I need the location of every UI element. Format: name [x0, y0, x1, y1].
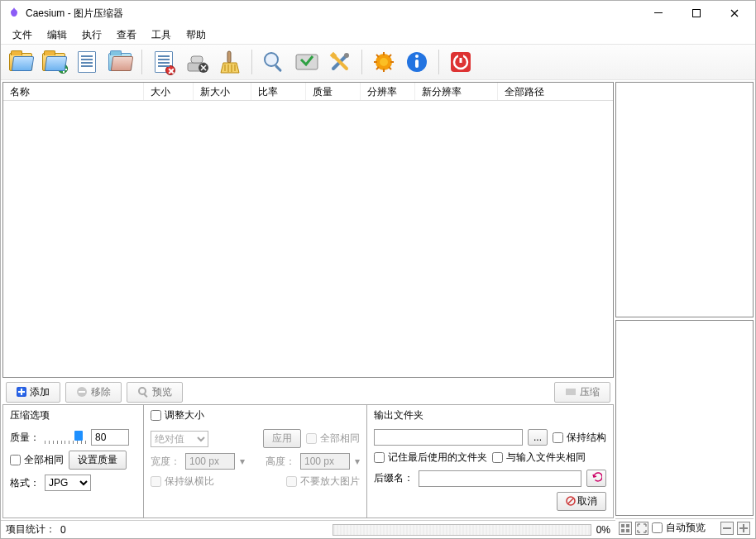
menu-file[interactable]: 文件	[6, 26, 39, 44]
width-input[interactable]	[185, 453, 235, 470]
col-ratio[interactable]: 比率	[251, 83, 306, 100]
remember-last-checkbox[interactable]: 记住最后使用的文件夹	[374, 451, 487, 465]
add-folder-button[interactable]	[39, 47, 69, 77]
menu-edit[interactable]: 编辑	[41, 26, 74, 44]
website-button[interactable]	[369, 47, 399, 77]
menu-tools[interactable]: 工具	[145, 26, 178, 44]
maximize-button[interactable]	[677, 1, 715, 26]
svg-rect-1	[693, 10, 701, 17]
resize-panel: 调整大小 绝对值 应用 全部相同 宽度： ▾ 高度： ▾ 保持	[144, 405, 367, 518]
toolbar-separator	[141, 50, 142, 74]
fit-button[interactable]	[619, 522, 632, 535]
svg-rect-0	[654, 12, 663, 13]
preview-label: 预览	[152, 385, 172, 399]
open-list-button[interactable]	[72, 47, 102, 77]
compress-label: 压缩	[580, 385, 600, 399]
resize-apply-button[interactable]: 应用	[263, 429, 301, 448]
svg-rect-30	[723, 527, 731, 529]
menu-view[interactable]: 查看	[110, 26, 143, 44]
format-select[interactable]: JPG	[45, 475, 91, 491]
svg-rect-19	[458, 54, 463, 58]
preview-button[interactable]	[259, 47, 289, 77]
width-label: 宽度：	[151, 455, 180, 469]
output-path-input[interactable]	[374, 429, 523, 446]
resize-enable-checkbox[interactable]: 调整大小	[151, 408, 360, 422]
col-full-path[interactable]: 全部路径	[498, 83, 613, 100]
table-body[interactable]	[3, 101, 613, 377]
quality-slider[interactable]	[45, 431, 86, 444]
set-quality-button[interactable]: 设置质量	[69, 451, 127, 470]
preview-pane: 自动预览	[615, 82, 754, 537]
same-as-input-checkbox[interactable]: 与输入文件夹相同	[492, 451, 586, 465]
svg-rect-27	[626, 524, 629, 527]
preview-controls: 自动预览	[615, 518, 754, 537]
action-bar: 添加 移除 预览 压缩	[2, 380, 614, 403]
col-quality[interactable]: 质量	[306, 83, 361, 100]
suffix-reset-button[interactable]	[586, 470, 606, 487]
browse-button[interactable]: ...	[528, 429, 548, 446]
compress-panel: 压缩选项 质量： 全部相同 设置质量 格式： JPG	[3, 405, 144, 518]
svg-rect-21	[79, 391, 85, 393]
svg-point-22	[139, 388, 146, 394]
clean-button[interactable]	[215, 47, 245, 77]
add-label: 添加	[30, 385, 50, 399]
items-count: 0	[60, 524, 66, 536]
add-files-button[interactable]	[6, 47, 36, 77]
settings-button[interactable]	[325, 47, 355, 77]
title-bar: Caesium - 图片压缩器	[1, 1, 755, 26]
clear-list-button[interactable]	[182, 47, 212, 77]
menu-action[interactable]: 执行	[75, 26, 108, 44]
minimize-button[interactable]	[639, 1, 677, 26]
svg-rect-28	[621, 529, 624, 532]
preview-action-button[interactable]: 预览	[127, 382, 183, 403]
close-button[interactable]	[715, 1, 754, 26]
options-panels: 压缩选项 质量： 全部相同 设置质量 格式： JPG	[2, 404, 614, 518]
suffix-input[interactable]	[419, 470, 581, 487]
menu-help[interactable]: 帮助	[179, 26, 213, 44]
remove-button[interactable]: 移除	[65, 382, 122, 403]
same-quality-checkbox[interactable]: 全部相同	[10, 453, 64, 467]
preview-original	[615, 82, 754, 317]
svg-rect-29	[626, 529, 629, 532]
cancel-button[interactable]: 取消	[557, 492, 606, 511]
svg-point-15	[415, 55, 419, 58]
resize-same-all-checkbox[interactable]: 全部相同	[306, 432, 360, 446]
compress-action-button[interactable]: 压缩	[554, 382, 610, 403]
quality-label: 质量：	[10, 431, 40, 445]
col-new-resolution[interactable]: 新分辨率	[415, 83, 498, 100]
window-title: Caesium - 图片压缩器	[26, 7, 639, 21]
keep-ratio-checkbox[interactable]: 保持纵横比	[151, 475, 214, 489]
height-input[interactable]	[300, 453, 350, 470]
save-list-button[interactable]	[105, 47, 135, 77]
cancel-icon	[566, 496, 576, 506]
resize-mode-select[interactable]: 绝对值	[151, 431, 208, 447]
status-bar: 项目统计： 0 0%	[1, 520, 615, 538]
col-name[interactable]: 名称	[3, 83, 144, 100]
compress-header: 压缩选项	[10, 408, 136, 422]
col-new-size[interactable]: 新大小	[194, 83, 251, 100]
items-label: 项目统计：	[6, 522, 55, 537]
remove-item-button[interactable]	[149, 47, 179, 77]
exit-button[interactable]	[446, 47, 476, 77]
auto-preview-checkbox[interactable]: 自动预览	[652, 521, 706, 535]
plus-icon	[17, 387, 26, 397]
toolbar-separator	[251, 50, 252, 74]
svg-point-12	[380, 58, 388, 66]
col-size[interactable]: 大小	[144, 83, 194, 100]
suffix-label: 后缀名：	[374, 471, 414, 485]
no-enlarge-checkbox[interactable]: 不要放大图片	[286, 475, 360, 489]
about-button[interactable]	[402, 47, 432, 77]
add-button[interactable]: 添加	[6, 382, 60, 403]
actual-size-button[interactable]	[635, 522, 648, 535]
keep-structure-checkbox[interactable]: 保持结构	[553, 431, 606, 445]
compress-icon	[565, 386, 577, 398]
format-label: 格式：	[10, 476, 40, 490]
quality-input[interactable]	[91, 429, 129, 446]
zoom-out-button[interactable]	[720, 522, 734, 535]
toolbar	[1, 44, 755, 80]
app-icon	[7, 7, 21, 20]
compress-button[interactable]	[292, 47, 322, 77]
col-resolution[interactable]: 分辨率	[361, 83, 415, 100]
zoom-in-button[interactable]	[737, 522, 750, 535]
svg-rect-23	[144, 394, 148, 398]
